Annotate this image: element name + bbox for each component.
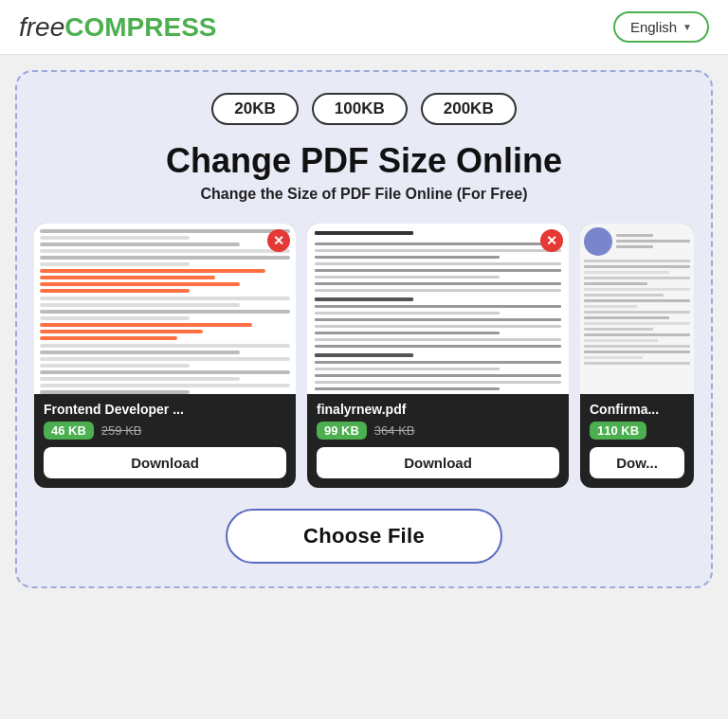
language-selector[interactable]: English ▼	[613, 11, 709, 43]
file-card-1-info: Frontend Developer ... 46 KB 259 KB Down…	[34, 394, 296, 488]
close-button-2[interactable]: ✕	[540, 229, 563, 252]
main-card: 20KB 100KB 200KB Change PDF Size Online …	[15, 70, 713, 588]
file-card-3: Confirma... 110 KB Dow...	[580, 224, 694, 488]
file-card-2-info: finalyrnew.pdf 99 KB 364 KB Download	[307, 394, 569, 488]
logo: free COMPRESS	[19, 12, 217, 43]
close-button-1[interactable]: ✕	[267, 229, 290, 252]
file-preview-1: ✕	[34, 224, 296, 394]
file-card-1: ✕ Frontend Developer ... 46 KB 259 KB Do…	[34, 224, 296, 488]
size-badge-200kb[interactable]: 200KB	[421, 93, 517, 125]
file-card-3-info: Confirma... 110 KB Dow...	[580, 394, 694, 488]
file-name-2: finalyrnew.pdf	[317, 402, 559, 417]
download-button-2[interactable]: Download	[317, 447, 559, 478]
file-preview-2: ✕	[307, 224, 569, 394]
chevron-down-icon: ▼	[682, 22, 692, 32]
file-cards-row: ✕ Frontend Developer ... 46 KB 259 KB Do…	[34, 224, 694, 488]
file-card-2: ✕ finalyrnew.pdf 99 KB 364 KB Download	[307, 224, 569, 488]
language-label: English	[630, 19, 677, 35]
file-sizes-3: 110 KB	[590, 422, 684, 440]
size-badges-row: 20KB 100KB 200KB	[211, 93, 516, 125]
download-button-1[interactable]: Download	[44, 447, 286, 478]
page-title: Change PDF Size Online	[166, 142, 562, 180]
size-badge-100kb[interactable]: 100KB	[312, 93, 408, 125]
size-badge-20kb[interactable]: 20KB	[211, 93, 298, 125]
file-name-1: Frontend Developer ...	[44, 402, 286, 417]
size-new-1: 46 KB	[44, 422, 94, 440]
size-old-1: 259 KB	[101, 423, 142, 438]
file-name-3: Confirma...	[590, 402, 684, 417]
page-subtitle: Change the Size of PDF File Online (For …	[201, 186, 528, 203]
pdf3-avatar-icon	[584, 227, 612, 256]
file-sizes-2: 99 KB 364 KB	[317, 422, 559, 440]
file-preview-3	[580, 224, 694, 394]
size-new-3: 110 KB	[590, 422, 646, 440]
main-content: 20KB 100KB 200KB Change PDF Size Online …	[0, 55, 728, 603]
download-button-3[interactable]: Dow...	[590, 447, 684, 478]
size-old-2: 364 KB	[374, 423, 415, 438]
file-sizes-1: 46 KB 259 KB	[44, 422, 286, 440]
size-new-2: 99 KB	[317, 422, 367, 440]
logo-free-text: free	[19, 12, 64, 43]
header: free COMPRESS English ▼	[0, 0, 728, 55]
logo-compress-text: COMPRESS	[64, 12, 216, 43]
choose-file-button[interactable]: Choose File	[226, 509, 502, 564]
